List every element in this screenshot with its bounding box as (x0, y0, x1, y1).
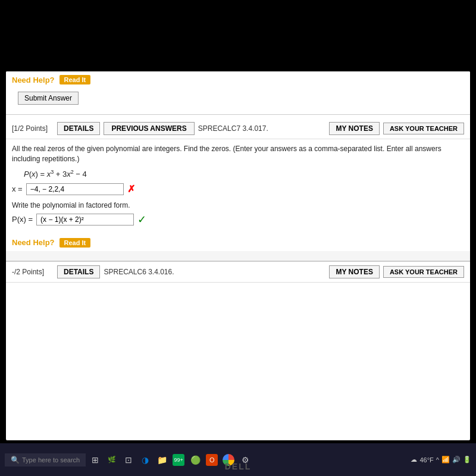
my-notes-button-2[interactable]: MY NOTES (329, 265, 379, 278)
windows-icon[interactable]: ⊞ (88, 453, 102, 467)
incorrect-icon: ✗ (127, 183, 135, 195)
x-answer-row: x = ✗ (12, 183, 464, 195)
app-icon-2[interactable]: 🟢 (188, 453, 202, 467)
x-answer-input[interactable] (26, 183, 124, 195)
course-code-1: SPRECALC7 3.4.017. (198, 124, 326, 133)
search-text: Type here to search (22, 456, 80, 464)
points-label-1: [1/2 Points] (12, 124, 54, 133)
course-code-2: SPRECALC6 3.4.016. (104, 268, 325, 276)
battery-icon: 🔋 (463, 456, 471, 464)
need-help-bar: Need Help? Read It (6, 71, 470, 88)
x-label: x = (12, 184, 23, 193)
task-view-icon[interactable]: ⊡ (121, 453, 136, 467)
problem-instruction: All the real zeros of the given polynomi… (12, 144, 464, 164)
section-1-header: [1/2 Points] DETAILS PREVIOUS ANSWERS SP… (6, 118, 470, 139)
need-help-label: Need Help? (12, 76, 55, 84)
section-2-header: -/2 Points] DETAILS SPRECALC6 3.4.016. M… (6, 261, 470, 283)
search-icon: 🔍 (11, 456, 20, 464)
cloud-icon: ☁ (411, 456, 417, 464)
widgets-icon[interactable]: 🌿 (105, 453, 119, 467)
correct-icon: ✓ (137, 213, 146, 226)
weather-badge: ☁ 46°F (411, 456, 433, 464)
divider-1 (6, 114, 470, 115)
dell-logo: DELL (225, 462, 252, 471)
problem-1-content: All the real zeros of the given polynomi… (6, 139, 470, 234)
points-label-2: -/2 Points] (12, 268, 54, 276)
px-formula-text: P(x) = x3 + 3x2 − 4 (24, 170, 87, 178)
submit-answer-button[interactable]: Submit Answer (18, 92, 79, 105)
polynomial-formula: P(x) = x3 + 3x2 − 4 (24, 169, 464, 178)
write-polynomial-text: Write the polynomial in factored form. (12, 201, 464, 209)
px-label: P(x) = (12, 215, 33, 224)
taskbar-right: ☁ 46°F ^ 📶 🔊 🔋 (411, 456, 471, 464)
read-it-button[interactable]: Read It (60, 75, 91, 84)
temperature: 46°F (419, 456, 433, 464)
file-explorer-icon[interactable]: 📁 (155, 453, 169, 467)
my-notes-button-1[interactable]: MY NOTES (329, 122, 379, 135)
volume-icon: 🔊 (452, 456, 461, 464)
system-tray-chevron[interactable]: ^ (436, 456, 439, 464)
need-help-label-2: Need Help? (12, 238, 55, 247)
ask-teacher-button-1[interactable]: ASK YOUR TEACHER (383, 123, 464, 134)
details-button-2[interactable]: DETAILS (57, 265, 100, 278)
search-bar[interactable]: 🔍 Type here to search (5, 453, 86, 466)
need-help-bar-2: Need Help? Read It (6, 234, 470, 251)
factored-row: P(x) = ✓ (12, 213, 464, 226)
wifi-icon: 📶 (441, 456, 450, 464)
read-it-button-2[interactable]: Read It (60, 238, 91, 248)
app-icon-1[interactable]: 99+ (171, 453, 186, 467)
edge-icon[interactable]: ◑ (138, 453, 152, 467)
factored-answer-input[interactable] (36, 214, 134, 226)
ask-teacher-button-2[interactable]: ASK YOUR TEACHER (383, 266, 464, 278)
previous-answers-button[interactable]: PREVIOUS ANSWERS (104, 122, 194, 135)
details-button-1[interactable]: DETAILS (57, 122, 100, 135)
main-screen: Need Help? Read It Submit Answer [1/2 Po… (6, 71, 470, 440)
app-icon-3[interactable]: O (205, 453, 219, 467)
